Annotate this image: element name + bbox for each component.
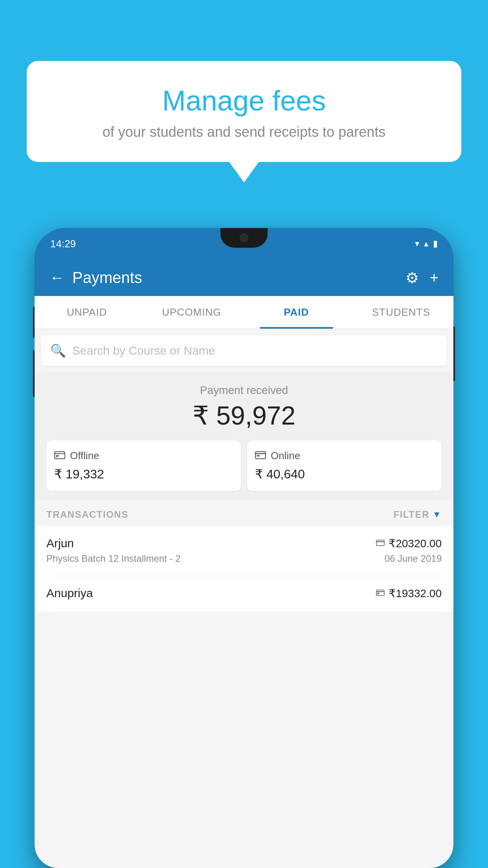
transaction-amount-1: ₹20320.00 — [389, 537, 442, 550]
transaction-detail-row-1: Physics Batch 12 Installment - 2 06 June… — [46, 553, 442, 564]
online-icon — [255, 450, 266, 462]
tab-unpaid[interactable]: UNPAID — [35, 296, 139, 329]
bubble-subtitle: of your students and send receipts to pa… — [46, 124, 442, 140]
filter-icon: ▼ — [433, 509, 442, 520]
header-left: ← Payments — [50, 269, 142, 287]
bubble-title: Manage fees — [46, 85, 442, 117]
transactions-label: TRANSACTIONS — [46, 509, 128, 520]
svg-rect-0 — [55, 452, 65, 459]
signal-icon: ▴ — [424, 239, 428, 249]
transaction-amount-row-1: ₹20320.00 — [376, 537, 442, 550]
wifi-icon: ▾ — [415, 239, 419, 249]
offline-icon — [54, 450, 65, 462]
transaction-amount-2: ₹19332.00 — [389, 587, 442, 600]
search-icon: 🔍 — [50, 343, 66, 358]
tab-students[interactable]: STUDENTS — [349, 296, 454, 329]
tabs-bar: UNPAID UPCOMING PAID STUDENTS — [35, 296, 453, 329]
transaction-row-1: Arjun ₹20320.00 — [46, 537, 442, 550]
battery-icon: ▮ — [433, 239, 438, 249]
status-bar: 14:29 ▾ ▴ ▮ — [35, 228, 453, 259]
online-card: Online ₹ 40,640 — [247, 440, 442, 491]
phone-notch — [220, 228, 268, 248]
offline-type: Offline — [70, 450, 99, 462]
payment-summary: Payment received ₹ 59,972 Offli — [35, 372, 453, 500]
search-bar[interactable]: 🔍 Search by Course or Name — [41, 335, 447, 366]
payment-total-amount: ₹ 59,972 — [46, 401, 442, 431]
online-amount: ₹ 40,640 — [255, 467, 434, 482]
offline-card: Offline ₹ 19,332 — [46, 440, 241, 491]
page-title: Payments — [72, 269, 142, 287]
payment-received-label: Payment received — [46, 384, 442, 397]
tab-upcoming[interactable]: UPCOMING — [139, 296, 244, 329]
svg-rect-3 — [255, 452, 266, 459]
add-icon[interactable]: + — [430, 269, 438, 286]
online-card-header: Online — [255, 450, 434, 462]
transaction-item[interactable]: Arjun ₹20320.00 Physics Batch 12 Install… — [35, 526, 453, 576]
svg-rect-5 — [257, 455, 260, 456]
svg-rect-6 — [376, 540, 384, 546]
online-type: Online — [271, 450, 300, 462]
transaction-row-2: Anupriya ₹19332.00 — [46, 587, 442, 600]
phone-screen: UNPAID UPCOMING PAID STUDENTS 🔍 Search b… — [35, 296, 453, 868]
phone-frame: 14:29 ▾ ▴ ▮ ← Payments ⚙ + UNPAID UPCOMI… — [35, 228, 453, 868]
header-right: ⚙ + — [405, 269, 438, 287]
transaction-name-2: Anupriya — [46, 587, 93, 600]
transaction-amount-row-2: ₹19332.00 — [376, 587, 442, 600]
offline-amount: ₹ 19,332 — [54, 467, 233, 482]
tab-paid[interactable]: PAID — [244, 296, 349, 329]
filter-label: FILTER — [394, 509, 429, 520]
transactions-header: TRANSACTIONS FILTER ▼ — [35, 500, 453, 526]
transaction-date-1: 06 June 2019 — [385, 553, 442, 564]
app-header: ← Payments ⚙ + — [35, 259, 453, 296]
settings-icon[interactable]: ⚙ — [405, 269, 419, 287]
offline-card-header: Offline — [54, 450, 233, 462]
offline-payment-icon — [376, 588, 385, 598]
transaction-name-1: Arjun — [46, 537, 74, 550]
back-button[interactable]: ← — [50, 269, 64, 286]
speech-bubble: Manage fees of your students and send re… — [27, 61, 461, 162]
transaction-detail-1: Physics Batch 12 Installment - 2 — [46, 553, 180, 564]
online-payment-icon — [376, 538, 385, 548]
status-time: 14:29 — [50, 238, 76, 250]
filter-button[interactable]: FILTER ▼ — [394, 509, 442, 520]
search-input[interactable]: Search by Course or Name — [72, 344, 215, 357]
transaction-item-2[interactable]: Anupriya ₹19332.00 — [35, 576, 453, 612]
camera — [240, 234, 248, 242]
status-icons: ▾ ▴ ▮ — [415, 239, 438, 249]
payment-cards: Offline ₹ 19,332 Online — [46, 440, 442, 491]
